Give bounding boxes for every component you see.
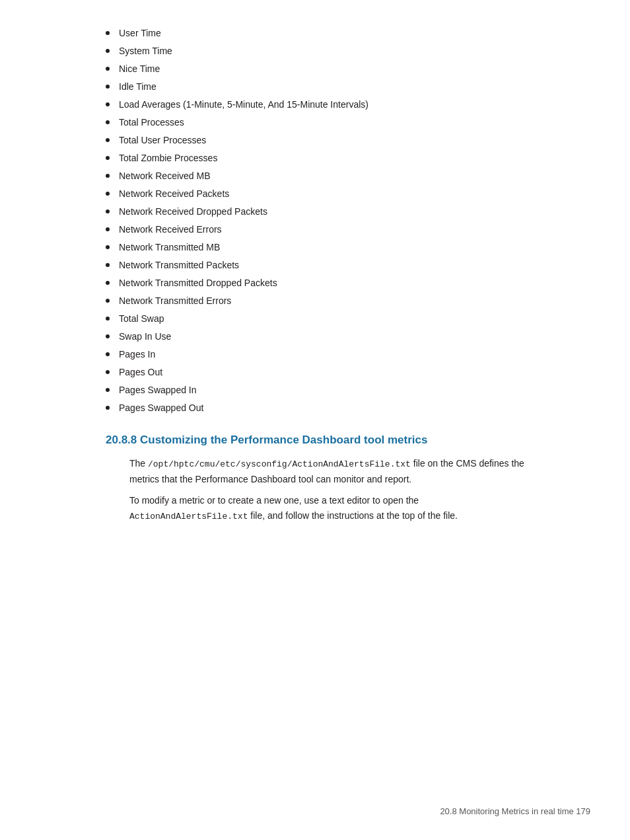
- bullet-dot-icon: [106, 49, 110, 53]
- list-item: Network Transmitted Errors: [106, 294, 524, 308]
- list-item: Total Swap: [106, 312, 524, 326]
- bullet-dot-icon: [106, 31, 110, 35]
- list-item: Network Received Dropped Packets: [106, 205, 524, 219]
- list-item: Load Averages (1-Minute, 5-Minute, And 1…: [106, 98, 524, 112]
- list-item: Network Transmitted MB: [106, 241, 524, 254]
- bullet-dot-icon: [106, 85, 110, 89]
- bullet-dot-icon: [106, 245, 110, 249]
- bullet-dot-icon: [106, 102, 110, 106]
- list-item: Total Processes: [106, 116, 524, 130]
- bullet-dot-icon: [106, 352, 110, 356]
- bullet-dot-icon: [106, 334, 110, 338]
- page-footer: 20.8 Monitoring Metrics in real time 179: [440, 806, 590, 816]
- bullet-dot-icon: [106, 299, 110, 303]
- list-item: Total Zombie Processes: [106, 151, 524, 165]
- list-item-label: Total Swap: [119, 312, 164, 326]
- bullet-dot-icon: [106, 174, 110, 178]
- bullet-dot-icon: [106, 263, 110, 267]
- list-item-label: Pages Swapped In: [119, 383, 197, 397]
- bullet-dot-icon: [106, 227, 110, 231]
- bullet-dot-icon: [106, 370, 110, 374]
- list-item-label: Total Processes: [119, 116, 184, 130]
- list-item-label: Network Transmitted MB: [119, 241, 220, 254]
- list-item: Network Received Errors: [106, 223, 524, 237]
- para1-before: The: [129, 458, 148, 469]
- list-item-label: System Time: [119, 44, 172, 58]
- list-item-label: Total User Processes: [119, 134, 206, 147]
- para2-code: ActionAndAlertsFile.txt: [129, 512, 248, 521]
- list-item-label: Nice Time: [119, 62, 160, 76]
- bullet-dot-icon: [106, 138, 110, 142]
- list-item: Idle Time: [106, 80, 524, 94]
- list-item-label: Swap In Use: [119, 330, 171, 344]
- section-paragraph-2: To modify a metric or to create a new on…: [129, 493, 524, 523]
- bullet-dot-icon: [106, 281, 110, 285]
- list-item-label: Pages In: [119, 348, 155, 362]
- list-item-label: Load Averages (1-Minute, 5-Minute, And 1…: [119, 98, 368, 112]
- para1-code: /opt/hptc/cmu/etc/sysconfig/ActionAndAle…: [148, 459, 411, 469]
- bullet-dot-icon: [106, 120, 110, 124]
- list-item-label: Network Transmitted Dropped Packets: [119, 276, 277, 290]
- list-item: Network Received Packets: [106, 187, 524, 201]
- bullet-dot-icon: [106, 210, 110, 213]
- list-item: User Time: [106, 26, 524, 40]
- list-item-label: Total Zombie Processes: [119, 151, 217, 165]
- para2-before: To modify a metric or to create a new on…: [129, 495, 419, 506]
- bullet-dot-icon: [106, 406, 110, 410]
- bullet-list: User TimeSystem TimeNice TimeIdle TimeLo…: [106, 26, 524, 415]
- section-body: The /opt/hptc/cmu/etc/sysconfig/ActionAn…: [106, 456, 524, 523]
- list-item: Network Transmitted Dropped Packets: [106, 276, 524, 290]
- list-item: Nice Time: [106, 62, 524, 76]
- list-item-label: User Time: [119, 26, 161, 40]
- section-paragraph-1: The /opt/hptc/cmu/etc/sysconfig/ActionAn…: [129, 456, 524, 486]
- list-item-label: Network Received Packets: [119, 187, 229, 201]
- list-item: Pages Swapped In: [106, 383, 524, 397]
- bullet-dot-icon: [106, 192, 110, 196]
- list-item: Network Transmitted Packets: [106, 258, 524, 272]
- list-item-label: Network Received MB: [119, 169, 211, 183]
- section-container: 20.8.8 Customizing the Performance Dashb…: [106, 434, 524, 523]
- list-item-label: Network Transmitted Packets: [119, 258, 239, 272]
- bullet-dot-icon: [106, 67, 110, 71]
- list-item-label: Pages Swapped Out: [119, 401, 203, 415]
- para2-after: file, and follow the instructions at the…: [248, 510, 458, 521]
- bullet-dot-icon: [106, 317, 110, 321]
- bullet-dot-icon: [106, 388, 110, 392]
- list-item: Network Received MB: [106, 169, 524, 183]
- section-heading: 20.8.8 Customizing the Performance Dashb…: [106, 434, 524, 447]
- list-item: System Time: [106, 44, 524, 58]
- list-item: Swap In Use: [106, 330, 524, 344]
- list-item-label: Network Received Errors: [119, 223, 222, 237]
- page-content: User TimeSystem TimeNice TimeIdle TimeLo…: [0, 0, 630, 583]
- list-item-label: Network Received Dropped Packets: [119, 205, 267, 219]
- footer-text: 20.8 Monitoring Metrics in real time 179: [440, 806, 590, 816]
- list-item: Total User Processes: [106, 134, 524, 147]
- bullet-dot-icon: [106, 156, 110, 160]
- list-item: Pages In: [106, 348, 524, 362]
- list-item-label: Pages Out: [119, 365, 162, 379]
- list-item: Pages Out: [106, 365, 524, 379]
- list-item-label: Network Transmitted Errors: [119, 294, 231, 308]
- list-item: Pages Swapped Out: [106, 401, 524, 415]
- list-item-label: Idle Time: [119, 80, 157, 94]
